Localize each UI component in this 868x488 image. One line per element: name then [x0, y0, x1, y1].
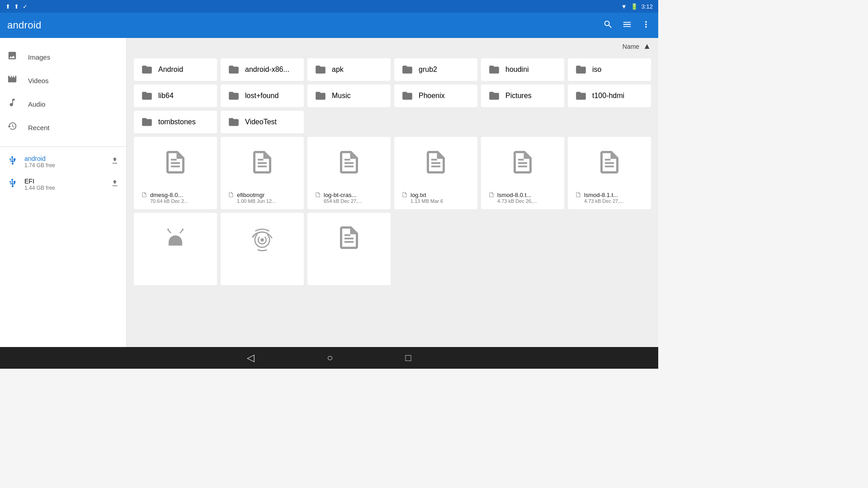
file-log-txt[interactable]: log.txt 1.13 MB Mar 6 [394, 137, 477, 209]
folder-grub2[interactable]: grub2 [394, 58, 477, 81]
folder-pictures-label: Pictures [505, 92, 532, 100]
document-icon-large [509, 141, 536, 188]
file-log-txt-name: log.txt [410, 192, 470, 198]
fingerprint-icon [249, 216, 276, 263]
file-lsmod-8-0[interactable]: lsmod-8.0.t... 4.73 kB Dec 26,... [481, 137, 564, 209]
folder-lost-found-label: lost+found [245, 92, 278, 100]
folder-grub2-label: grub2 [419, 66, 437, 74]
folder-t100-hdmi[interactable]: t100-hdmi [568, 84, 651, 107]
document-icon-large [335, 141, 363, 188]
folder-t100-hdmi-label: t100-hdmi [592, 92, 624, 100]
folder-iso-label: iso [592, 66, 601, 74]
svg-line-3 [180, 230, 183, 234]
sidebar-item-recent[interactable]: Recent [0, 116, 126, 139]
file-log-bt[interactable]: log-bt-cras... 654 kB Dec 27,... [307, 137, 391, 209]
back-button[interactable]: ◁ [247, 352, 255, 364]
folder-icon [575, 90, 587, 102]
folder-phoenix[interactable]: Phoenix [394, 84, 477, 107]
usb-icon-2: ⬆ [14, 3, 19, 10]
empty-cell-2 [394, 111, 477, 133]
sidebar-videos-label: Videos [28, 77, 119, 84]
main-layout: Images Videos Audio Recent [0, 38, 658, 347]
sidebar-item-videos[interactable]: Videos [0, 69, 126, 92]
folder-videotest-label: VideoTest [245, 118, 277, 126]
folder-music-label: Music [332, 92, 351, 100]
folder-lost-found[interactable]: lost+found [221, 84, 304, 107]
images-icon [7, 51, 17, 63]
usb-icon-1: ⬆ [5, 3, 10, 10]
folder-pictures[interactable]: Pictures [481, 84, 564, 107]
document-icon-large [249, 141, 276, 188]
folder-icon [228, 90, 240, 102]
file-icon-small [141, 192, 147, 199]
usb-drive-icon [7, 155, 17, 168]
status-bar: ⬆ ⬆ ✓ ▼ 🔋 3:12 [0, 0, 658, 13]
home-button[interactable]: ○ [327, 352, 333, 364]
document-icon-large [422, 141, 449, 188]
file-efibootmgr-details: efibootmgr 1.00 MB Jun 12... [237, 192, 297, 204]
folder-videotest[interactable]: VideoTest [221, 111, 304, 133]
content-area: Name ▲ Android android-x86... [127, 38, 658, 347]
file-lsmod-8-1-info: lsmod-8.1.t... 4.73 kB Dec 27,... [571, 188, 647, 206]
sidebar: Images Videos Audio Recent [0, 38, 127, 347]
sidebar-drive-android[interactable]: android 1.74 GB free [0, 150, 126, 173]
folder-apk-label: apk [332, 66, 344, 74]
file-dmesg[interactable]: dmesg-8.0... 70.64 kB Dec 2... [134, 137, 217, 209]
check-icon: ✓ [23, 3, 28, 10]
recents-button[interactable]: □ [406, 352, 411, 364]
empty-cell-4 [568, 111, 651, 133]
folder-houdini[interactable]: houdini [481, 58, 564, 81]
file-log-bt-info: log-bt-cras... 654 kB Dec 27,... [311, 188, 387, 206]
sort-label[interactable]: Name [623, 43, 639, 50]
folder-music[interactable]: Music [307, 84, 391, 107]
sidebar-item-audio[interactable]: Audio [0, 92, 126, 116]
sort-bar: Name ▲ [127, 38, 658, 55]
sidebar-item-images[interactable]: Images [0, 45, 126, 69]
file-dmesg-details: dmesg-8.0... 70.64 kB Dec 2... [150, 192, 210, 204]
file-efibootmgr-meta: 1.00 MB Jun 12... [237, 198, 297, 204]
folder-phoenix-label: Phoenix [419, 92, 445, 100]
folder-tombstones-label: tombstones [158, 118, 196, 126]
file-icon-small [575, 192, 581, 199]
folder-android-x86[interactable]: android-x86... [221, 58, 304, 81]
sidebar-images-label: Images [28, 53, 119, 61]
folder-icon [488, 90, 500, 102]
sort-arrow-icon[interactable]: ▲ [643, 42, 651, 51]
more-options-button[interactable] [641, 19, 651, 32]
folder-icon [315, 64, 326, 75]
status-right: ▼ 🔋 3:12 [621, 3, 653, 10]
file-doc3[interactable] [307, 213, 391, 285]
android-eject-button[interactable] [111, 157, 119, 167]
search-button[interactable] [603, 19, 613, 32]
file-log-bt-name: log-bt-cras... [324, 192, 383, 198]
folder-tombstones[interactable]: tombstones [134, 111, 217, 133]
empty-cell-3 [481, 111, 564, 133]
file-android-apk[interactable] [134, 213, 217, 285]
file-log-bt-meta: 654 kB Dec 27,... [324, 198, 383, 204]
folder-lib64[interactable]: lib64 [134, 84, 217, 107]
file-efibootmgr[interactable]: efibootmgr 1.00 MB Jun 12... [221, 137, 304, 209]
file-log-bt-details: log-bt-cras... 654 kB Dec 27,... [324, 192, 383, 204]
file-lsmod-8-0-meta: 4.73 kB Dec 26,... [497, 198, 557, 204]
file-lsmod-8-0-name: lsmod-8.0.t... [497, 192, 557, 198]
android-drive-sub: 1.74 GB free [24, 162, 55, 169]
folder-android-x86-label: android-x86... [245, 66, 289, 74]
folder-icon [488, 64, 500, 75]
folder-apk[interactable]: apk [307, 58, 391, 81]
sidebar-drive-efi[interactable]: EFI 1.44 GB free [0, 173, 126, 196]
folder-icon [228, 116, 240, 128]
file-lsmod-8-1[interactable]: lsmod-8.1.t... 4.73 kB Dec 27,... [568, 137, 651, 209]
file-fingerprint[interactable] [221, 213, 304, 285]
efi-eject-button[interactable] [111, 179, 119, 190]
recent-icon [7, 121, 17, 134]
folder-icon [228, 64, 240, 75]
file-lsmod-8-1-name: lsmod-8.1.t... [584, 192, 644, 198]
efi-drive-name: EFI [24, 178, 55, 185]
folder-iso[interactable]: iso [568, 58, 651, 81]
folder-android[interactable]: Android [134, 58, 217, 81]
document-icon-large [162, 141, 189, 188]
usb-drive-efi-icon [7, 178, 17, 191]
list-view-button[interactable] [622, 19, 632, 32]
efi-drive-sub: 1.44 GB free [24, 185, 55, 191]
battery-icon: 🔋 [631, 3, 638, 10]
